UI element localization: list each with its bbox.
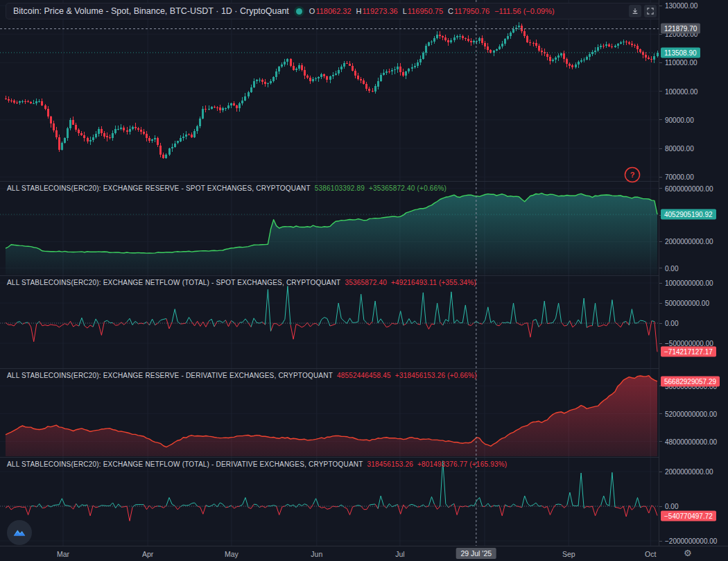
study-title-spot-netflow[interactable]: ALL STABLECOINS(ERC20): EXCHANGE NETFLOW…	[7, 279, 476, 286]
study-change: +801493376.77 (+165.93%)	[417, 460, 507, 468]
axis-tick-label: 500000000.00	[665, 300, 709, 307]
live-indicator-dot	[296, 8, 302, 15]
axis-tick-label: −2000000000.00	[665, 537, 717, 545]
study-change: +35365872.40 (+0.66%)	[369, 184, 447, 192]
month-label-jul: Jul	[395, 550, 404, 558]
candlestick-series	[5, 22, 659, 159]
crosshair-price-label: 121879.70	[661, 24, 700, 34]
study-change: +318456153.26 (+0.66%)	[395, 372, 477, 379]
cryptoquant-logo[interactable]	[7, 520, 32, 545]
mountain-logo-icon	[12, 525, 27, 540]
chart-title[interactable]: Bitcoin: Price & Volume - Spot, Binance,…	[13, 6, 289, 16]
study-value: 48552446458.45	[337, 372, 391, 379]
axis-tick-label: 2000000000.00	[665, 468, 713, 476]
study-title-derivative-reserve[interactable]: ALL STABLECOINS(ERC20): EXCHANGE RESERVE…	[7, 372, 477, 379]
axis-tick-mark	[659, 441, 662, 442]
axis-tick-label: 48000000000.00	[665, 438, 717, 445]
axis-tick-mark	[659, 343, 662, 344]
month-label-mar: Mar	[57, 550, 69, 558]
axis-tick-mark	[659, 303, 662, 304]
low-value: L116950.75	[403, 7, 443, 15]
axis-tick-label: 52000000000.00	[665, 410, 717, 417]
month-label-may: May	[225, 550, 239, 558]
month-label-sep: Sep	[562, 550, 575, 558]
axis-tick-mark	[659, 6, 662, 6]
open-value: O118062.32	[309, 7, 352, 15]
last-value-label: −714217127.17	[661, 347, 716, 357]
study-name: ALL STABLECOINS(ERC20): EXCHANGE NETFLOW…	[7, 279, 340, 286]
axis-tick-label: 0.00	[665, 264, 678, 272]
axis-tick-label: 1000000000.00	[665, 279, 713, 287]
axis-tick-label: 70000.00	[665, 173, 694, 181]
axis-tick-mark	[659, 323, 662, 324]
settings-gear-icon[interactable]: ⚙	[684, 548, 692, 558]
axis-tick-label: 6000000000.00	[665, 184, 713, 192]
axis-tick-mark	[659, 506, 662, 507]
ohlc-values: O118062.32 H119273.36 L116950.75 C117950…	[309, 7, 555, 15]
study-name: ALL STABLECOINS(ERC20): EXCHANGE RESERVE…	[7, 372, 333, 379]
month-label-jun: Jun	[311, 550, 322, 558]
axis-tick-mark	[659, 241, 662, 242]
stablecoins-erc20-exchange-reserve-spot-series	[6, 193, 657, 275]
axis-tick-mark	[659, 541, 662, 542]
high-value: H119273.36	[356, 7, 398, 15]
study-title-spot-reserve[interactable]: ALL STABLECOINS(ERC20): EXCHANGE RESERVE…	[7, 184, 447, 192]
axis-tick-mark	[659, 91, 662, 92]
axis-tick-label: 110000.00	[665, 59, 697, 67]
axis-tick-mark	[659, 177, 662, 178]
price-scale[interactable]: 130000.00120000.00110000.00100000.009000…	[659, 0, 728, 546]
help-icon[interactable]: ?	[625, 168, 640, 182]
axis-tick-mark	[659, 188, 662, 189]
last-value-label: 4052905190.92	[661, 209, 716, 220]
axis-tick-mark	[659, 283, 662, 284]
axis-tick-mark	[659, 472, 662, 472]
axis-tick-label: 130000.00	[665, 2, 697, 10]
axis-tick-label: 0.00	[665, 503, 678, 510]
stablecoins-erc20-exchange-reserve-derivative-series	[6, 376, 657, 456]
time-axis[interactable]: OctSepAugJulJunMayAprMar 29 Jul '25 ⚙	[0, 546, 728, 561]
last-value-label: −540770497.72	[661, 510, 716, 521]
study-value: 35365872.40	[345, 279, 387, 286]
axis-tick-mark	[659, 148, 662, 149]
stablecoins-erc20-exchange-netflow-derivative-series	[6, 461, 657, 521]
study-value: 5386103392.89	[315, 184, 365, 192]
study-value: 318456153.26	[367, 460, 413, 468]
download-icon	[631, 7, 639, 15]
month-label-oct: Oct	[645, 550, 656, 558]
axis-tick-label: −500000000.00	[665, 340, 713, 347]
last-value-label: 113508.90	[661, 47, 700, 58]
study-change: +49216493.11 (+355.34%)	[391, 279, 476, 286]
download-button[interactable]	[629, 5, 641, 17]
fullscreen-button[interactable]	[644, 5, 657, 17]
axis-tick-mark	[659, 268, 662, 268]
legend-left: Bitcoin: Price & Volume - Spot, Binance,…	[13, 6, 555, 16]
axis-tick-label: 2000000000.00	[665, 238, 713, 245]
axis-tick-label: 80000.00	[665, 145, 694, 153]
axis-tick-mark	[659, 413, 662, 414]
axis-tick-label: 90000.00	[665, 116, 694, 123]
axis-tick-mark	[659, 62, 662, 63]
study-name: ALL STABLECOINS(ERC20): EXCHANGE NETFLOW…	[7, 460, 363, 468]
study-title-derivative-netflow[interactable]: ALL STABLECOINS(ERC20): EXCHANGE NETFLOW…	[7, 460, 507, 468]
month-label-apr: Apr	[142, 550, 153, 558]
axis-tick-label: 0.00	[665, 320, 678, 327]
crosshair-date-label: 29 Jul '25	[456, 548, 496, 559]
cryptoquant-chart-window: ? Bitcoin: Price & Volume - Spot, Binanc…	[0, 0, 728, 561]
legend-buttons	[629, 5, 657, 17]
study-name: ALL STABLECOINS(ERC20): EXCHANGE RESERVE…	[7, 184, 311, 192]
svg-text:?: ?	[630, 171, 635, 179]
fullscreen-icon	[646, 7, 655, 15]
close-value: C117950.76	[448, 7, 489, 15]
last-value-label: 56682929057.29	[661, 376, 720, 386]
axis-tick-label: 100000.00	[665, 87, 697, 95]
symbol-legend-bar: Bitcoin: Price & Volume - Spot, Binance,…	[6, 3, 661, 19]
stablecoins-erc20-exchange-netflow-spot-series	[6, 286, 657, 352]
axis-tick-mark	[659, 119, 662, 120]
change-value: −111.56 (−0.09%)	[494, 7, 554, 15]
